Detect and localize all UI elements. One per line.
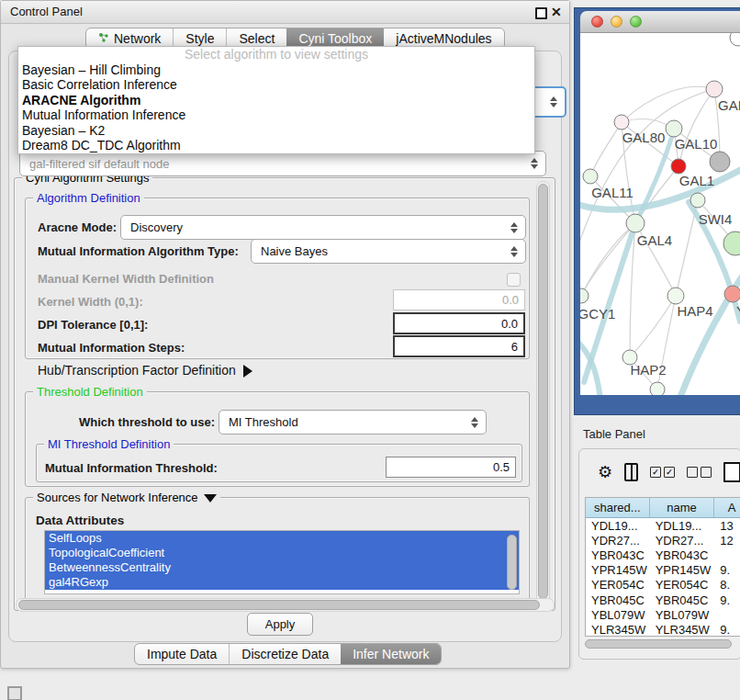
mi-steps-input[interactable]: 6 bbox=[393, 335, 525, 357]
popup-item[interactable]: Bayesian – Hill Climbing bbox=[18, 62, 534, 77]
combo-stepper-icon bbox=[510, 221, 519, 234]
apply-button[interactable]: Apply bbox=[247, 613, 313, 636]
table-row[interactable]: YBR043CYBR043C bbox=[586, 548, 740, 562]
column-extra[interactable]: A bbox=[714, 498, 740, 517]
network-node-label: HAP4 bbox=[677, 303, 712, 319]
table-horizontal-scrollbar[interactable] bbox=[585, 639, 732, 649]
network-node-gal80[interactable] bbox=[614, 115, 629, 130]
network-edge[interactable] bbox=[622, 86, 714, 122]
mi-steps-label: Mutual Information Steps: bbox=[38, 341, 185, 355]
table-cell: 8. bbox=[714, 578, 740, 593]
attribute-item[interactable]: gal4RGexp bbox=[45, 575, 519, 590]
network-node-gcy1[interactable] bbox=[580, 288, 589, 303]
attribute-item[interactable]: TopologicalCoefficient bbox=[45, 546, 519, 560]
network-node[interactable] bbox=[730, 33, 740, 46]
network-window-titlebar[interactable] bbox=[580, 11, 740, 33]
network-edge[interactable] bbox=[590, 122, 622, 176]
network-node-y[interactable] bbox=[724, 286, 740, 302]
kernel-width-label: Kernel Width (0,1): bbox=[38, 295, 143, 309]
dpi-tolerance-label: DPI Tolerance [0,1]: bbox=[38, 318, 148, 332]
hub-expander[interactable]: Hub/Transcription Factor Definition bbox=[38, 363, 252, 378]
popup-item[interactable]: Basic Correlation Inference bbox=[18, 77, 534, 92]
network-edge[interactable] bbox=[581, 223, 635, 296]
gear-icon[interactable]: ⚙ bbox=[598, 464, 612, 480]
network-edge[interactable] bbox=[630, 296, 676, 357]
tab-impute-data[interactable]: Impute Data bbox=[135, 644, 229, 664]
popup-item[interactable]: Mutual Information Inference bbox=[18, 107, 534, 122]
table-row[interactable]: YLR345WYLR345W9. bbox=[586, 622, 740, 637]
popup-item[interactable]: ARACNE Algorithm bbox=[18, 93, 534, 107]
network-node-gal1[interactable] bbox=[671, 159, 686, 174]
network-node-gal[interactable] bbox=[706, 81, 723, 97]
column-layout-icon[interactable] bbox=[624, 463, 638, 481]
control-panel-titlebar: Control Panel ✕ bbox=[1, 1, 569, 24]
table-row[interactable]: YER054CYER054C8. bbox=[586, 578, 740, 593]
table-cell: YDR27... bbox=[650, 533, 715, 548]
which-threshold-combo[interactable]: MI Threshold bbox=[219, 410, 487, 435]
deselect-all-icon[interactable] bbox=[687, 467, 712, 478]
data-table-combo[interactable]: gal-filtered sif default node bbox=[19, 151, 546, 176]
close-traffic-light-icon[interactable] bbox=[591, 16, 603, 28]
network-node-label: Y bbox=[736, 303, 740, 319]
mi-threshold-input[interactable]: 0.5 bbox=[386, 457, 516, 478]
attribute-item[interactable]: SelfLoops bbox=[45, 531, 519, 546]
expand-right-icon bbox=[243, 365, 252, 378]
table-row[interactable]: YBL079WYBL079W bbox=[586, 607, 740, 622]
tab-infer-network[interactable]: Infer Network bbox=[341, 644, 441, 664]
network-view-window[interactable]: GALGAL80GAL10GAL1GAL11SWI4GAL4GCY1HAP4YH… bbox=[574, 7, 740, 415]
table-cell: 9. bbox=[714, 563, 740, 578]
attribute-item[interactable]: BetweennessCentrality bbox=[45, 560, 519, 575]
network-node[interactable] bbox=[650, 382, 665, 395]
docked-panel-icon[interactable] bbox=[7, 686, 22, 700]
kernel-width-input[interactable]: 0.0 bbox=[393, 289, 525, 310]
list-scrollbar[interactable] bbox=[507, 535, 517, 590]
mi-type-combo[interactable]: Naive Bayes bbox=[251, 239, 526, 264]
network-canvas[interactable]: GALGAL80GAL10GAL1GAL11SWI4GAL4GCY1HAP4YH… bbox=[580, 33, 740, 395]
float-window-icon[interactable] bbox=[535, 7, 547, 19]
popup-item[interactable]: Dream8 DC_TDC Algorithm bbox=[18, 138, 534, 152]
which-threshold-label: Which threshold to use: bbox=[79, 415, 215, 429]
sources-title[interactable]: Sources for Network Inference bbox=[33, 491, 220, 504]
control-panel-window: Control Panel ✕ Network Style Select Cyn… bbox=[0, 0, 570, 669]
zoom-traffic-light-icon[interactable] bbox=[630, 16, 642, 28]
network-node-gal11[interactable] bbox=[583, 169, 598, 184]
network-node[interactable] bbox=[710, 152, 730, 172]
settings-horizontal-scrollbar[interactable] bbox=[16, 598, 555, 612]
close-icon[interactable]: ✕ bbox=[551, 3, 562, 21]
network-node[interactable] bbox=[723, 231, 740, 255]
table-cell: YER054C bbox=[586, 578, 650, 593]
manual-kernel-checkbox[interactable] bbox=[507, 273, 521, 287]
tab-discretize-data[interactable]: Discretize Data bbox=[229, 644, 341, 664]
manual-kernel-label: Manual Kernel Width Definition bbox=[38, 272, 214, 286]
network-edge-thick[interactable] bbox=[678, 248, 740, 395]
network-node-hap4[interactable] bbox=[667, 288, 684, 304]
data-attributes-list[interactable]: SelfLoopsTopologicalCoefficientBetweenne… bbox=[44, 530, 520, 594]
algorithm-popup-list: Select algorithm to view settings Bayesi… bbox=[17, 46, 535, 154]
table-cell: YDL19... bbox=[650, 518, 715, 533]
network-node-gal4[interactable] bbox=[626, 214, 645, 232]
table-cell: YBL079W bbox=[586, 607, 650, 622]
table-row[interactable]: YPR145WYPR145W9. bbox=[586, 563, 740, 578]
network-node-label: HAP2 bbox=[630, 362, 666, 378]
node-table[interactable]: shared... name A YDL19...YDL19...13YDR27… bbox=[585, 497, 740, 637]
table-cell: YBR043C bbox=[650, 548, 715, 562]
column-shared-name[interactable]: shared... bbox=[586, 498, 650, 517]
table-row[interactable]: YDL19...YDL19...13 bbox=[586, 518, 740, 533]
expand-down-icon bbox=[204, 494, 217, 502]
table-row[interactable]: YDR27...YDR27...12 bbox=[586, 533, 740, 548]
aracne-mode-combo[interactable]: Discovery bbox=[120, 215, 526, 240]
select-all-icon[interactable]: ✓✓ bbox=[650, 467, 675, 478]
dpi-tolerance-input[interactable]: 0.0 bbox=[393, 312, 525, 334]
network-edge[interactable] bbox=[581, 223, 635, 296]
network-node-gal10[interactable] bbox=[666, 120, 682, 137]
network-node-label: GAL1 bbox=[679, 173, 714, 188]
document-icon[interactable] bbox=[723, 462, 740, 482]
network-node-label: GAL bbox=[718, 97, 740, 113]
table-row[interactable]: YBR045CYBR045C9. bbox=[586, 593, 740, 607]
minimize-traffic-light-icon[interactable] bbox=[611, 16, 622, 28]
network-node-swi4[interactable] bbox=[690, 193, 705, 208]
column-name[interactable]: name bbox=[650, 498, 715, 517]
table-cell: YDL19... bbox=[586, 518, 650, 533]
settings-vertical-scrollbar[interactable] bbox=[536, 181, 550, 604]
popup-item[interactable]: Bayesian – K2 bbox=[18, 123, 534, 138]
